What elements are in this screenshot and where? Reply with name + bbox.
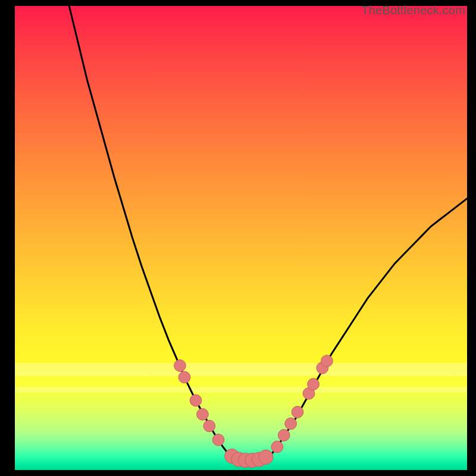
curve-marker xyxy=(174,360,186,372)
curve-marker xyxy=(271,441,283,453)
curve-marker xyxy=(259,450,273,464)
chart-frame: TheBottleneck.com xyxy=(0,0,476,476)
watermark-text: TheBottleneck.com xyxy=(361,4,465,17)
curve-marker xyxy=(292,406,303,418)
bottleneck-curve xyxy=(15,6,467,470)
curve-marker xyxy=(203,420,215,432)
curve-marker xyxy=(308,378,320,390)
curve-marker xyxy=(212,434,224,446)
curve-marker xyxy=(285,418,297,430)
curve-marker xyxy=(178,371,190,383)
curve-marker xyxy=(197,409,209,421)
curve-marker xyxy=(278,430,290,441)
plot-area xyxy=(15,6,467,470)
curve-marker xyxy=(190,394,202,406)
curve-marker xyxy=(321,355,333,367)
curve-path xyxy=(69,6,467,461)
